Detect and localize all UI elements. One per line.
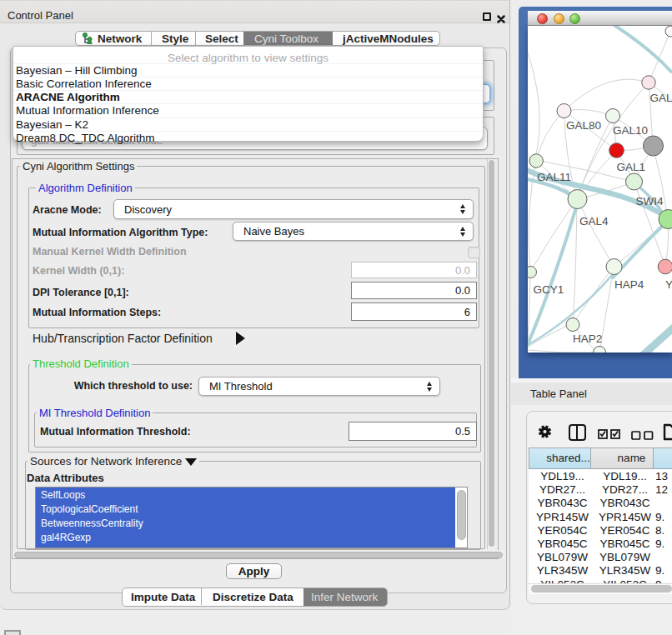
- svg-text:GAL80: GAL80: [566, 119, 601, 132]
- svg-text:GAL10: GAL10: [613, 124, 648, 137]
- svg-text:HAP2: HAP2: [573, 332, 602, 345]
- svg-text:GCY1: GCY1: [534, 283, 564, 296]
- svg-text:HAP4: HAP4: [614, 278, 644, 291]
- svg-text:GAL1: GAL1: [617, 161, 646, 173]
- svg-text:GAL7: GAL7: [650, 92, 672, 104]
- svg-text:YJ: YJ: [665, 278, 672, 291]
- svg-text:GAL11: GAL11: [537, 171, 571, 183]
- svg-text:GAL4: GAL4: [579, 215, 609, 228]
- svg-text:SWI4: SWI4: [636, 195, 664, 208]
